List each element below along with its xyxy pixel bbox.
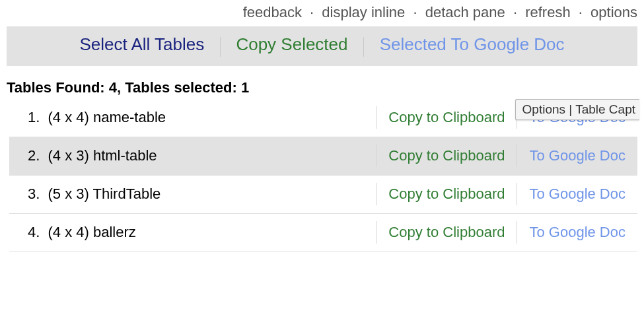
copy-to-clipboard-button[interactable]: Copy to Clipboard — [376, 215, 517, 250]
display-inline-link[interactable]: display inline — [322, 4, 405, 20]
row-name: (4 x 4) name-table — [48, 109, 166, 125]
table-row-label: 4. (4 x 4) ballerz — [9, 215, 376, 250]
copy-to-clipboard-button[interactable]: Copy to Clipboard — [376, 138, 517, 174]
to-google-doc-button[interactable]: To Google Doc — [517, 138, 637, 174]
action-bar: Select All Tables Copy Selected Selected… — [7, 26, 637, 66]
copy-to-clipboard-button[interactable]: Copy to Clipboard — [376, 176, 517, 212]
row-number: 4. — [28, 224, 40, 240]
row-actions: Copy to Clipboard To Google Doc — [376, 176, 637, 212]
table-row[interactable]: 4. (4 x 4) ballerz Copy to Clipboard To … — [9, 214, 637, 252]
options-tooltip: Options | Table Capt — [515, 99, 639, 120]
row-number: 1. — [28, 109, 40, 125]
table-row-label: 1. (4 x 4) name-table — [9, 100, 376, 135]
row-actions: Copy to Clipboard To Google Doc — [376, 138, 637, 174]
table-row-label: 2. (4 x 3) html-table — [9, 138, 376, 174]
copy-to-clipboard-button[interactable]: Copy to Clipboard — [376, 100, 517, 135]
top-links-bar: feedback · display inline · detach pane … — [0, 0, 644, 26]
copy-selected-button[interactable]: Copy Selected — [224, 34, 359, 55]
row-number: 2. — [28, 147, 40, 164]
row-actions: Copy to Clipboard To Google Doc — [376, 215, 637, 250]
refresh-link[interactable]: refresh — [525, 4, 570, 20]
dot-separator: · — [509, 4, 521, 20]
action-bar-divider — [220, 37, 221, 57]
table-row-label: 3. (5 x 3) ThirdTable — [9, 176, 376, 212]
action-bar-divider — [363, 37, 364, 57]
dot-separator: · — [409, 4, 421, 20]
select-all-tables-button[interactable]: Select All Tables — [67, 34, 216, 55]
options-link[interactable]: options — [590, 4, 637, 20]
row-name: (4 x 3) html-table — [48, 147, 157, 164]
to-google-doc-button[interactable]: To Google Doc — [517, 215, 637, 250]
feedback-link[interactable]: feedback — [243, 4, 302, 20]
dot-separator: · — [575, 4, 587, 20]
tables-status-text: Tables Found: 4, Tables selected: 1 — [0, 78, 644, 99]
row-name: (5 x 3) ThirdTable — [48, 185, 161, 202]
table-row[interactable]: 3. (5 x 3) ThirdTable Copy to Clipboard … — [9, 176, 637, 214]
selected-to-google-doc-button[interactable]: Selected To Google Doc — [368, 34, 577, 55]
to-google-doc-button[interactable]: To Google Doc — [517, 176, 637, 212]
dot-separator: · — [306, 4, 318, 20]
table-row[interactable]: 1. (4 x 4) name-table Copy to Clipboard … — [9, 99, 637, 137]
row-name: (4 x 4) ballerz — [48, 224, 135, 240]
tables-list: 1. (4 x 4) name-table Copy to Clipboard … — [0, 99, 644, 252]
row-number: 3. — [28, 185, 40, 202]
table-row[interactable]: 2. (4 x 3) html-table Copy to Clipboard … — [9, 137, 637, 176]
detach-pane-link[interactable]: detach pane — [425, 4, 505, 20]
